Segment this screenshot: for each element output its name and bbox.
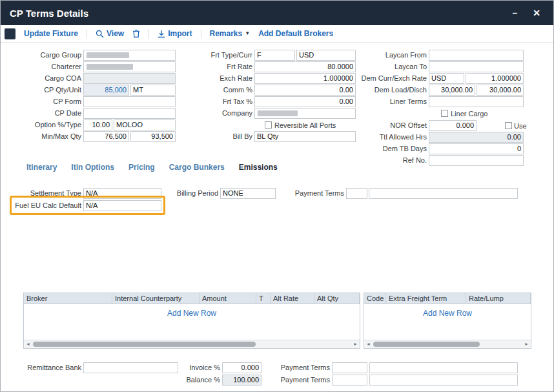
tab-itin-options[interactable]: Itin Options — [71, 163, 114, 172]
remittance-bank-input[interactable] — [83, 362, 178, 373]
nor-offset-input[interactable]: 0.000 — [429, 120, 477, 131]
dem-disch-input[interactable]: 30,000.00 — [477, 85, 524, 96]
cp-date-label: CP Date — [6, 108, 81, 119]
laycan-from-input[interactable] — [429, 50, 524, 61]
payment-terms-code-input[interactable] — [346, 188, 367, 199]
remarks-button[interactable]: Remarks ▼ — [210, 29, 251, 38]
charterer-label: Charterer — [6, 61, 81, 72]
scroll-right-icon[interactable]: ► — [522, 340, 531, 348]
t-column-header: T — [256, 293, 271, 304]
dem-exch-rate-input[interactable]: 1.000000 — [466, 73, 524, 84]
redacted-value — [87, 52, 129, 58]
add-default-brokers-label: Add Default Brokers — [258, 29, 333, 38]
view-label: View — [107, 29, 124, 38]
charterer-input[interactable] — [83, 61, 176, 72]
bill-by-input[interactable]: BL Qty — [254, 131, 356, 142]
fuel-eu-calc-default-label: Fuel EU Calc Default — [6, 200, 81, 211]
alt-rate-column-header: Alt Rate — [271, 293, 314, 304]
scroll-left-icon[interactable]: ◄ — [364, 340, 373, 348]
footer-payment-terms-desc-input-2[interactable] — [369, 375, 518, 386]
nor-offset-use-label: Use — [514, 122, 527, 130]
laycan-to-input[interactable] — [429, 61, 524, 72]
cp-date-input[interactable] — [83, 108, 176, 119]
liner-cargo-checkbox[interactable] — [441, 110, 448, 117]
ttl-allowed-hrs-input: 0.00 — [429, 132, 524, 143]
frt-tax-pct-input[interactable]: 0.00 — [254, 96, 356, 107]
update-fixture-label: Update Fixture — [24, 29, 78, 38]
reversible-all-ports-checkbox[interactable] — [265, 121, 272, 129]
toolbar: Update Fixture View Import Remarks ▼ — [1, 25, 553, 43]
dem-curr-input[interactable]: USD — [429, 73, 464, 84]
broker-add-new-row-link[interactable]: Add New Row — [24, 309, 360, 318]
alt-qty-column-header: Alt Qty — [314, 293, 360, 304]
frt-rate-input[interactable]: 80.0000 — [254, 61, 356, 72]
extra-freight-grid-hscrollbar[interactable]: ◄ ► — [364, 340, 531, 348]
liner-cargo-label: Liner Cargo — [451, 110, 487, 118]
max-qty-input[interactable]: 93,500 — [130, 131, 176, 142]
add-default-brokers-button[interactable]: Add Default Brokers — [258, 29, 333, 38]
redacted-value — [258, 110, 298, 116]
balance-pct-input: 100.000 — [222, 375, 262, 386]
cargo-group-input[interactable] — [83, 50, 176, 61]
ref-no-input[interactable] — [429, 155, 524, 166]
tab-emissions[interactable]: Emissions — [239, 163, 278, 172]
laycan-to-label: Laycan To — [351, 61, 427, 72]
invoice-pct-label: Invoice % — [174, 362, 220, 373]
footer-payment-terms-code-input-2[interactable] — [332, 375, 367, 386]
footer-payment-terms-desc-input-1[interactable] — [369, 362, 518, 373]
extra-freight-add-new-row-link[interactable]: Add New Row — [364, 309, 531, 318]
cargo-coa-label: Cargo COA — [6, 73, 81, 84]
close-button[interactable]: ✕ — [533, 1, 540, 25]
scroll-right-icon[interactable]: ► — [351, 340, 360, 348]
cp-qty-input[interactable]: 85,000 — [83, 85, 129, 96]
frt-type-input[interactable]: F — [254, 50, 295, 61]
billing-period-input[interactable]: NONE — [220, 188, 276, 199]
footer-payment-terms-code-input-1[interactable] — [332, 362, 367, 373]
option-type-input[interactable]: MOLOO — [114, 119, 176, 130]
amount-column-header: Amount — [200, 293, 256, 304]
magnifier-icon — [96, 30, 104, 38]
import-button[interactable]: Import — [158, 29, 192, 38]
view-button[interactable]: View — [96, 29, 124, 38]
broker-grid-hscrollbar[interactable]: ◄ ► — [24, 340, 360, 348]
settlement-type-label: Settlement Type — [6, 188, 81, 199]
broker-scroll-thumb[interactable] — [33, 342, 256, 347]
import-label: Import — [168, 29, 192, 38]
exch-rate-input[interactable]: 1.000000 — [254, 73, 356, 84]
dem-tb-days-label: Dem TB Days — [351, 143, 427, 154]
tab-cargo-bunkers[interactable]: Cargo Bunkers — [169, 163, 225, 172]
company-label: Company — [187, 108, 252, 119]
frt-rate-label: Frt Rate — [187, 61, 252, 72]
broker-grid-header: Broker Internal Counterparty Amount T Al… — [24, 293, 360, 304]
scroll-left-icon[interactable]: ◄ — [24, 340, 32, 348]
invoice-pct-input[interactable]: 0.000 — [222, 362, 262, 373]
delete-button[interactable] — [132, 29, 140, 38]
payment-terms-desc-input[interactable] — [369, 188, 518, 199]
footer-payment-terms-label-1: Payment Terms — [277, 362, 330, 373]
cp-unit-input[interactable]: MT — [130, 85, 176, 96]
cargo-group-label: Cargo Group — [6, 50, 81, 61]
nor-offset-use-checkbox[interactable] — [505, 122, 512, 129]
balance-pct-label: Balance % — [174, 375, 220, 386]
company-input[interactable] — [254, 108, 356, 119]
minimize-button[interactable]: – — [512, 1, 517, 25]
liner-terms-input[interactable] — [429, 96, 524, 107]
tab-bar: Itinerary Itin Options Pricing Cargo Bun… — [26, 163, 278, 172]
cp-form-input[interactable] — [83, 96, 176, 107]
import-icon — [158, 30, 165, 38]
ref-no-label: Ref No. — [351, 155, 427, 166]
option-pct-input[interactable]: 10.00 — [83, 119, 112, 130]
dem-tb-days-input[interactable]: 0 — [429, 143, 524, 154]
nor-offset-label: NOR Offset — [351, 120, 427, 131]
tab-itinerary[interactable]: Itinerary — [26, 163, 57, 172]
comm-pct-input[interactable]: 0.00 — [254, 85, 356, 96]
min-qty-input[interactable]: 76,500 — [83, 131, 129, 142]
frt-curr-input[interactable]: USD — [296, 50, 356, 61]
settlement-type-input[interactable]: N/A — [83, 188, 161, 199]
dem-load-disch-label: Dem Load/Disch — [351, 85, 427, 96]
dem-load-input[interactable]: 30,000.00 — [429, 85, 475, 96]
fuel-eu-calc-default-input[interactable]: N/A — [83, 200, 161, 211]
tab-pricing[interactable]: Pricing — [128, 163, 155, 172]
update-fixture-button[interactable]: Update Fixture — [24, 29, 78, 38]
extra-freight-scroll-thumb[interactable] — [373, 342, 480, 347]
